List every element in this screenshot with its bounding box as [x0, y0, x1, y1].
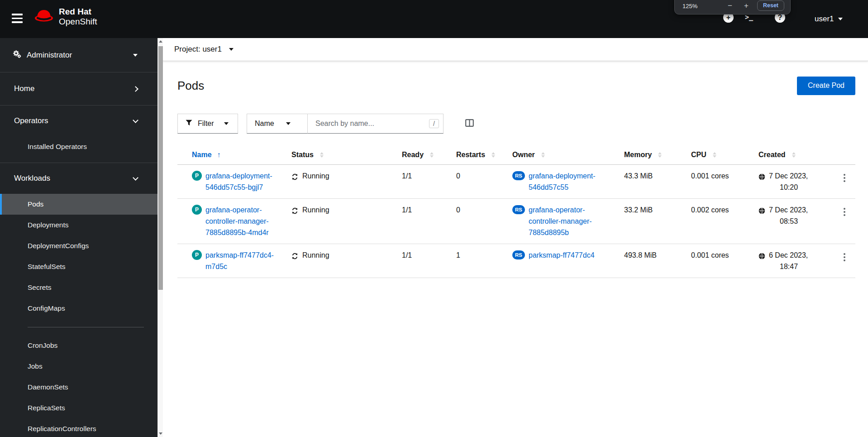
sidebar-scrollbar [157, 38, 163, 437]
ready-cell: 1/1 [402, 165, 456, 198]
scrollbar-thumb[interactable] [158, 46, 163, 290]
status-text: Running [302, 250, 329, 261]
pod-name-link[interactable]: grafana-operator-controller-manager-7885… [205, 204, 284, 238]
sidebar-nav-link[interactable]: Installed Operators [0, 136, 157, 157]
sidebar-nav-link[interactable]: Secrets [0, 277, 157, 298]
project-selector[interactable]: Project: user1 [174, 45, 234, 54]
column-header-restarts[interactable]: Restarts [456, 151, 512, 159]
caret-down-icon [286, 122, 291, 125]
caret-down-icon [838, 18, 843, 20]
nav-toggle-hamburger-icon[interactable] [11, 13, 24, 24]
sort-icon [491, 152, 495, 158]
sidebar-group-workloads[interactable]: Workloads [0, 163, 157, 194]
sort-icon [320, 152, 324, 158]
sidebar-nav-link[interactable]: DaemonSets [0, 377, 157, 398]
owner-link[interactable]: grafana-deployment-546dd57c55 [529, 170, 617, 193]
user-menu[interactable]: user1 [815, 0, 843, 38]
globe-timestamp-icon [758, 251, 765, 263]
globe-timestamp-icon [758, 206, 765, 217]
workloads-subnav: Pods Deployments DeploymentConfigs State… [0, 194, 157, 437]
sidebar-nav-link[interactable]: DeploymentConfigs [0, 235, 157, 256]
create-pod-button[interactable]: Create Pod [797, 77, 855, 95]
sidebar-nav: Administrator Home Operators Installed O… [0, 38, 157, 437]
project-bar: Project: user1 [163, 38, 868, 61]
sidebar-nav-link[interactable]: ConfigMaps [0, 298, 157, 319]
sidebar-nav-link[interactable]: Jobs [0, 356, 157, 377]
sort-icon [658, 152, 662, 158]
zoom-in-button[interactable]: + [744, 2, 749, 11]
nav-divider [28, 327, 144, 327]
zoom-out-button[interactable]: − [728, 2, 732, 11]
columns-icon [465, 121, 474, 128]
kebab-menu-button[interactable] [840, 251, 849, 263]
ready-cell: 1/1 [402, 199, 456, 244]
sidebar-group-home[interactable]: Home [0, 72, 157, 105]
memory-cell: 43.3 MiB [624, 165, 691, 198]
logo-brand: Red Hat [59, 7, 97, 17]
column-header-cpu[interactable]: CPU [691, 151, 758, 159]
cpu-cell: 0.001 cores [691, 244, 758, 278]
sort-icon [541, 152, 545, 158]
redhat-fedora-icon [33, 9, 54, 25]
page-title: Pods [177, 79, 204, 93]
kebab-menu-button[interactable] [840, 206, 849, 218]
scrollbar-up-arrow[interactable] [159, 40, 162, 43]
search-box: / [308, 114, 444, 134]
column-header-name[interactable]: Name ↑ [177, 151, 291, 159]
sidebar-nav-link[interactable]: Pods [0, 194, 157, 215]
column-header-memory[interactable]: Memory [624, 151, 691, 159]
sync-running-icon [291, 172, 298, 183]
caret-down-icon [224, 122, 229, 125]
user-menu-label: user1 [815, 14, 834, 24]
search-input[interactable] [308, 120, 429, 128]
table-row: P grafana-operator-controller-manager-78… [177, 199, 855, 244]
restarts-cell: 1 [456, 244, 512, 278]
list-toolbar: Filter Name / [177, 114, 855, 134]
owner-link[interactable]: parksmap-ff7477dc4 [529, 250, 595, 261]
sidebar-nav-link[interactable]: ReplicationControllers [0, 418, 157, 437]
chevron-right-icon [133, 86, 138, 92]
caret-down-icon [229, 48, 234, 51]
replicaset-badge: RS [512, 250, 525, 259]
column-header-status[interactable]: Status [291, 151, 402, 159]
gears-icon [13, 50, 21, 61]
chevron-down-icon [133, 175, 138, 181]
search-attribute-dropdown[interactable]: Name [247, 114, 308, 134]
restarts-cell: 0 [456, 165, 512, 198]
table-row: P grafana-deployment-546dd57c55-bgjl7 [177, 165, 855, 199]
redhat-openshift-logo[interactable]: Red Hat OpenShift [33, 7, 97, 27]
pod-badge: P [192, 171, 202, 181]
project-value: user1 [202, 45, 222, 53]
pod-name-link[interactable]: parksmap-ff7477dc4-m7d5c [205, 250, 284, 272]
created-timestamp: 7 Dec 2023,08:53 [769, 204, 808, 227]
pod-badge: P [192, 205, 202, 215]
kebab-menu-button[interactable] [840, 172, 849, 184]
column-header-owner[interactable]: Owner [512, 151, 624, 159]
perspective-switcher[interactable]: Administrator [0, 38, 157, 72]
masthead: Red Hat OpenShift + >_ ? user1 125% − + … [0, 0, 868, 38]
filter-dropdown[interactable]: Filter [177, 114, 238, 134]
column-header-ready[interactable]: Ready [402, 151, 456, 159]
cpu-cell: 0.002 cores [691, 199, 758, 244]
zoom-level: 125% [682, 3, 697, 11]
manage-columns-button[interactable] [463, 117, 476, 130]
sidebar-nav-link[interactable]: CronJobs [0, 335, 157, 356]
keyboard-shortcut-badge: / [429, 119, 439, 128]
table-header-row: Name ↑ Status Ready Restarts Owner [177, 145, 855, 165]
sort-ascending-icon: ↑ [217, 151, 221, 159]
sidebar-nav-link[interactable]: ReplicaSets [0, 398, 157, 418]
scrollbar-down-arrow[interactable] [159, 432, 162, 435]
filter-funnel-icon [186, 120, 192, 128]
replicaset-badge: RS [512, 171, 525, 180]
column-header-created[interactable]: Created [758, 151, 833, 159]
zoom-reset-button[interactable]: Reset [757, 0, 784, 11]
sidebar-nav-link[interactable]: Deployments [0, 215, 157, 235]
caret-down-icon [133, 54, 138, 57]
owner-link[interactable]: grafana-operator-controller-manager-7885… [529, 204, 617, 238]
project-prefix: Project: [174, 45, 200, 53]
sidebar-nav-link[interactable]: StatefulSets [0, 256, 157, 277]
pod-name-link[interactable]: grafana-deployment-546dd57c55-bgjl7 [205, 170, 284, 193]
sidebar-group-operators[interactable]: Operators [0, 106, 157, 136]
operators-subnav: Installed Operators [0, 136, 157, 157]
pods-table: Name ↑ Status Ready Restarts Owner [177, 145, 855, 278]
